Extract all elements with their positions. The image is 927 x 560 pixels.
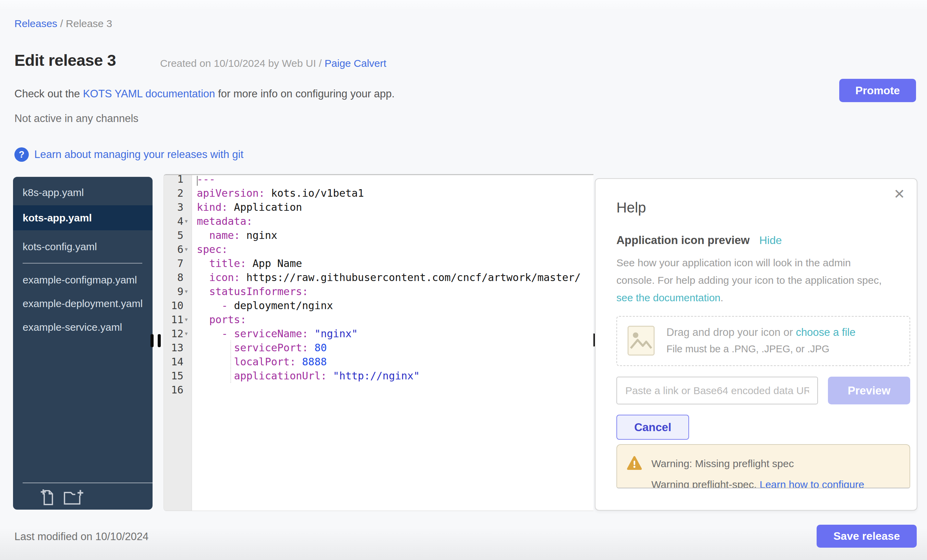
code-text: ---: [192, 174, 215, 186]
code-line-1: 1---: [164, 174, 593, 186]
close-icon[interactable]: ✕: [894, 187, 905, 201]
sidebar-actions: [41, 489, 84, 507]
line-number: 13: [164, 341, 192, 355]
save-release-button[interactable]: Save release: [817, 525, 917, 548]
indent-guide: [230, 341, 231, 383]
code-text: servicePort: 80: [192, 341, 327, 355]
kots-yaml-doc-link[interactable]: KOTS YAML documentation: [83, 88, 215, 100]
code-line-10: 10 - deployment/nginx: [164, 299, 593, 313]
preflight-warning: Warning: Missing preflight spec Warning …: [616, 444, 910, 489]
sidebar-file-kots-config.yaml[interactable]: kots-config.yaml: [13, 239, 153, 254]
add-file-icon[interactable]: [41, 489, 56, 507]
warning-title: Warning: Missing preflight spec: [651, 458, 794, 469]
code-line-15: 15 applicationUrl: "http://nginx": [164, 369, 593, 383]
see-documentation-link[interactable]: see the documentation: [616, 292, 720, 303]
code-text: apiVersion: kots.io/v1beta1: [192, 186, 364, 200]
icon-url-input[interactable]: [616, 376, 818, 404]
dropzone-text: Drag and drop your icon or: [666, 326, 796, 338]
code-text: spec:: [192, 242, 228, 256]
code-line-7: 7 title: App Name: [164, 256, 593, 270]
file-list-divider: [23, 263, 142, 264]
promote-button[interactable]: Promote: [839, 79, 916, 102]
line-number: 9▾: [164, 284, 192, 299]
breadcrumb-current: Release 3: [66, 18, 112, 29]
created-by-link[interactable]: Paige Calvert: [325, 58, 386, 69]
line-number: 5: [164, 228, 192, 242]
dropzone-instruction: Drag and drop your icon or choose a file: [666, 326, 856, 338]
sidebar-file-example-configmap.yaml[interactable]: example-configmap.yaml: [13, 272, 153, 287]
intro-post: for more info on configuring your app.: [215, 88, 395, 100]
line-number: 15: [164, 369, 192, 383]
code-line-11: 11▾ ports:: [164, 313, 593, 326]
fold-arrow-icon[interactable]: ▾: [184, 284, 193, 299]
file-list: k8s-app.yamlkots-app.yamlkots-config.yam…: [13, 185, 153, 334]
edit-release-page: Releases / Release 3 Edit release 3 Crea…: [0, 0, 927, 560]
code-text: - deployment/nginx: [192, 299, 333, 313]
line-number: 12▾: [164, 326, 192, 341]
code-line-14: 14 localPort: 8888: [164, 355, 593, 369]
sidebar-file-k8s-app.yaml[interactable]: k8s-app.yaml: [13, 185, 153, 200]
help-description-line3: see the documentation.: [616, 292, 723, 304]
created-text: Created on 10/10/2024 by Web UI /: [160, 58, 325, 69]
icon-preview-title: Application icon preview: [616, 234, 750, 247]
channel-status: Not active in any channels: [14, 112, 138, 125]
sidebar-editor-resize-handle[interactable]: [150, 334, 161, 347]
cancel-button[interactable]: Cancel: [616, 415, 689, 440]
fold-arrow-icon[interactable]: ▾: [184, 313, 193, 326]
code-text: localPort: 8888: [192, 355, 327, 369]
icon-preview-section-header: Application icon preview Hide: [616, 234, 782, 247]
code-text: kind: Application: [192, 200, 302, 214]
code-text: - serviceName: "nginx": [192, 326, 358, 341]
preview-button[interactable]: Preview: [828, 376, 910, 404]
sidebar-bottom-divider: [23, 483, 155, 483]
question-circle-icon: ?: [14, 147, 29, 162]
hide-link[interactable]: Hide: [759, 234, 782, 247]
breadcrumb: Releases / Release 3: [14, 18, 112, 29]
line-number: 1: [164, 174, 192, 186]
file-sidebar: k8s-app.yamlkots-app.yamlkots-config.yam…: [13, 177, 153, 510]
git-help-row: ? Learn about managing your releases wit…: [14, 147, 243, 162]
line-number: 8: [164, 270, 192, 284]
code-text: ports:: [192, 313, 246, 326]
code-line-3: 3kind: Application: [164, 200, 593, 214]
code-text: name: nginx: [192, 228, 277, 242]
line-number: 3: [164, 200, 192, 214]
dropzone-filetypes: File must be a .PNG, .JPEG, or .JPG: [666, 343, 829, 355]
help-description-line2: console. For help adding your icon to th…: [616, 275, 882, 286]
warning-detail-text: Warning preflight-spec.: [651, 479, 760, 489]
line-number: 10: [164, 299, 192, 313]
code-line-8: 8 icon: https://raw.githubusercontent.co…: [164, 270, 593, 284]
icon-dropzone[interactable]: Drag and drop your icon or choose a file…: [616, 316, 910, 366]
warning-detail: Warning preflight-spec. Learn how to con…: [651, 479, 864, 489]
image-placeholder-icon: [628, 326, 655, 357]
code-line-2: 2apiVersion: kots.io/v1beta1: [164, 186, 593, 200]
line-number: 7: [164, 256, 192, 270]
sidebar-file-example-service.yaml[interactable]: example-service.yaml: [13, 320, 153, 334]
help-panel: ✕ Help Application icon preview Hide See…: [595, 178, 917, 511]
breadcrumb-separator: /: [57, 18, 66, 29]
sidebar-file-kots-app.yaml[interactable]: kots-app.yaml: [13, 205, 153, 230]
code-line-16: 16: [164, 383, 593, 397]
fold-arrow-icon[interactable]: ▾: [184, 242, 193, 256]
learn-configure-link[interactable]: Learn how to configure: [760, 479, 864, 489]
intro-text: Check out the KOTS YAML documentation fo…: [14, 88, 395, 100]
add-folder-icon[interactable]: [63, 489, 84, 507]
code-text: [192, 383, 197, 397]
fold-arrow-icon[interactable]: ▾: [184, 326, 193, 341]
code-line-12: 12▾ - serviceName: "nginx": [164, 326, 593, 341]
line-number: 6▾: [164, 242, 192, 256]
git-releases-link[interactable]: Learn about managing your releases with …: [34, 149, 243, 161]
warning-triangle-icon: [627, 456, 642, 472]
line-number: 16: [164, 383, 192, 397]
code-text: icon: https://raw.githubusercontent.com/…: [192, 270, 581, 284]
fold-arrow-icon[interactable]: ▾: [184, 214, 193, 228]
sidebar-file-example-deployment.yaml[interactable]: example-deployment.yaml: [13, 296, 153, 311]
code-line-6: 6▾spec:: [164, 242, 593, 256]
desc-period: .: [720, 292, 723, 303]
yaml-editor[interactable]: 1---2apiVersion: kots.io/v1beta13kind: A…: [164, 174, 593, 511]
editor-cursor: [197, 176, 198, 186]
code-line-4: 4▾metadata:: [164, 214, 593, 228]
line-number: 2: [164, 186, 192, 200]
breadcrumb-releases-link[interactable]: Releases: [14, 18, 57, 29]
choose-file-link[interactable]: choose a file: [796, 326, 856, 338]
